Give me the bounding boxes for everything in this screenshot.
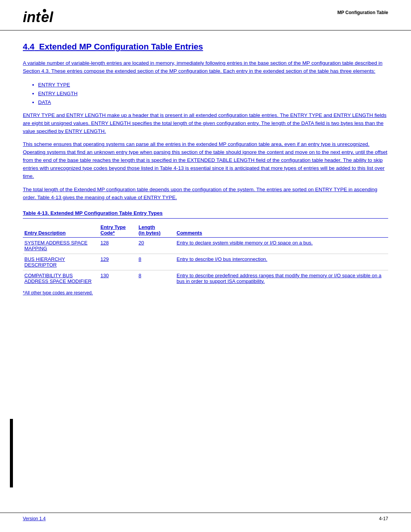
footer-page-number: 4-17	[379, 516, 388, 521]
table-section: Table 4-13. Extended MP Configuration Ta…	[23, 210, 388, 296]
cell-type-code-1: 129	[99, 254, 137, 270]
table-body: SYSTEM ADDRESS SPACE MAPPING 128 20 Entr…	[23, 237, 388, 286]
col-header-length: Length (in bytes)	[137, 222, 175, 238]
cell-comments-2: Entry to describe predefined address ran…	[175, 270, 388, 286]
paragraph-1: A variable number of variable-length ent…	[23, 59, 388, 75]
svg-text:int: int	[23, 9, 41, 25]
bullet-list: ENTRY TYPE ENTRY LENGTH DATA	[38, 81, 388, 107]
header-section-title: MP Configuration Table	[337, 7, 388, 15]
footer-version: Version 1.4	[23, 516, 46, 521]
col-header-type-code: Entry Type Code*	[99, 222, 137, 238]
col-header-description: Entry Description	[23, 222, 99, 238]
intel-logo: int el	[23, 7, 53, 27]
left-decorative-bar	[10, 419, 13, 487]
svg-text:el: el	[41, 9, 53, 25]
table-row: COMPATIBILITY BUS ADDRESS SPACE MODIFIER…	[23, 270, 388, 286]
cell-comments-0: Entry to declare system visible memory o…	[175, 237, 388, 254]
cell-description-1: BUS HIERARCHY DESCRIPTOR	[23, 254, 99, 270]
cell-description-2: COMPATIBILITY BUS ADDRESS SPACE MODIFIER	[23, 270, 99, 286]
table-header-row: Entry Description Entry Type Code* Lengt…	[23, 222, 388, 238]
table-title: Table 4-13. Extended MP Configuration Ta…	[23, 210, 388, 219]
col-header-comments: Comments	[175, 222, 388, 238]
section-title: 4.4 Extended MP Configuration Table Entr…	[23, 42, 388, 52]
cell-type-code-0: 128	[99, 237, 137, 254]
cell-description-0: SYSTEM ADDRESS SPACE MAPPING	[23, 237, 99, 254]
page-header: int el MP Configuration Table	[0, 0, 411, 30]
cell-length-1: 8	[137, 254, 175, 270]
page-footer: Version 1.4 4-17	[0, 513, 411, 521]
bullet-item-3: DATA	[38, 98, 388, 107]
bullet-item-1: ENTRY TYPE	[38, 81, 388, 89]
page: int el MP Configuration Table 4.4 Extend…	[0, 0, 411, 532]
bullet-item-2: ENTRY LENGTH	[38, 89, 388, 98]
paragraph-3: This scheme ensures that operating syste…	[23, 141, 388, 181]
table-row: SYSTEM ADDRESS SPACE MAPPING 128 20 Entr…	[23, 237, 388, 254]
cell-type-code-2: 130	[99, 270, 137, 286]
main-content: 4.4 Extended MP Configuration Table Entr…	[0, 30, 411, 303]
svg-point-2	[43, 9, 46, 13]
cell-length-2: 8	[137, 270, 175, 286]
entry-table: Entry Description Entry Type Code* Lengt…	[23, 222, 388, 286]
table-row: BUS HIERARCHY DESCRIPTOR 129 8 Entry to …	[23, 254, 388, 270]
paragraph-2: ENTRY TYPE and ENTRY LENGTH make up a he…	[23, 112, 388, 136]
cell-length-0: 20	[137, 237, 175, 254]
logo-svg: int el	[23, 7, 53, 26]
table-footnote: *All other type codes are reserved.	[23, 290, 388, 296]
paragraph-4: The total length of the Extended MP conf…	[23, 186, 388, 202]
cell-comments-1: Entry to describe I/O bus interconnectio…	[175, 254, 388, 270]
